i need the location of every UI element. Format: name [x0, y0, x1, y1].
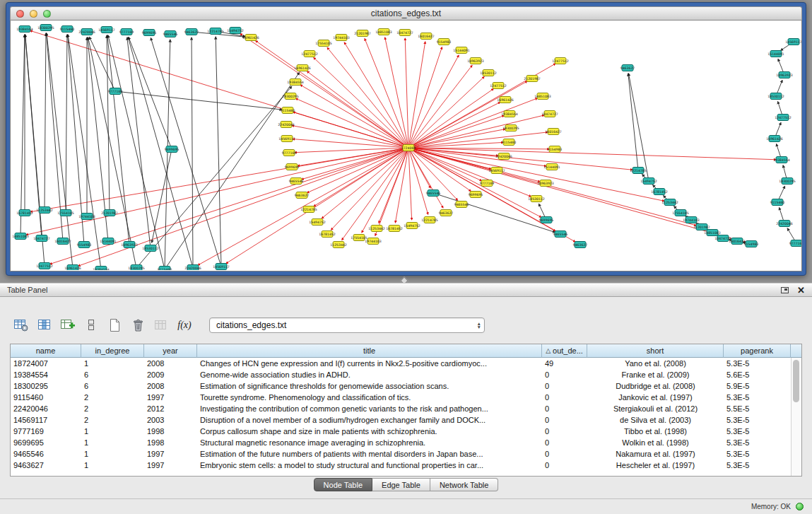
graph-node[interactable]: 17554105	[351, 235, 367, 241]
graph-node[interactable]: 14569117	[213, 264, 229, 270]
graph-node[interactable]: 18300295	[128, 265, 144, 271]
graph-node[interactable]: 21201987	[354, 30, 370, 37]
close-window-button[interactable]	[16, 10, 24, 18]
table-vertical-scrollbar[interactable]	[791, 358, 801, 476]
graph-node[interactable]: 9115460	[770, 199, 785, 206]
table-row[interactable]: 977716911998Corpus callosum shape and si…	[11, 426, 791, 437]
delete-table-button[interactable]	[128, 316, 148, 334]
graph-node[interactable]: 9699695	[469, 192, 483, 198]
graph-node[interactable]: 9463627	[620, 65, 635, 71]
tab-node-table[interactable]: Node Table	[314, 478, 372, 491]
graph-node[interactable]: 10963923	[776, 72, 792, 78]
graph-node[interactable]: 15144091	[100, 238, 116, 245]
graph-node[interactable]: 16781452	[319, 231, 335, 238]
close-panel-icon[interactable]: ✕	[797, 286, 805, 294]
table-source-dropdown[interactable]: citations_edges.txt ▲▼	[209, 317, 485, 333]
graph-node[interactable]: 22420046	[184, 265, 201, 271]
graph-node[interactable]: 9115460	[502, 139, 517, 146]
graph-node[interactable]: 12214785	[630, 168, 646, 174]
table-row[interactable]: 1456911722003Disruption of a novel membe…	[11, 414, 791, 426]
table-row[interactable]: 911546021997Tourette syndrome. Phenomeno…	[11, 392, 791, 403]
table-row[interactable]: 1938455462009Genome-wide association stu…	[11, 369, 791, 380]
graph-node[interactable]: 14851083	[534, 93, 551, 100]
graph-node[interactable]: 18300295	[779, 178, 795, 185]
graph-node[interactable]: 14851083	[375, 29, 392, 35]
graph-node[interactable]: 14569117	[488, 168, 505, 174]
float-panel-icon[interactable]	[781, 287, 789, 293]
graph-node[interactable]: 10963923	[467, 58, 483, 64]
graph-node[interactable]: 12477512	[301, 51, 317, 57]
table-row[interactable]: 946554611997Estimation of the future num…	[11, 448, 791, 460]
column-header-short[interactable]: short	[587, 344, 724, 358]
graph-node[interactable]: 16961426	[497, 97, 513, 103]
graph-node[interactable]: 18530112	[767, 93, 784, 100]
graph-node[interactable]: 1724069	[401, 145, 416, 151]
graph-node[interactable]: 10474727	[541, 111, 558, 117]
graph-node[interactable]: 11253442	[661, 199, 678, 206]
graph-node[interactable]: 18300295	[502, 125, 519, 132]
graph-node[interactable]: 14569117	[785, 39, 801, 45]
graph-node[interactable]: 12477512	[490, 83, 506, 89]
column-header-title[interactable]: title	[197, 344, 542, 358]
graph-node[interactable]: 10474727	[714, 235, 731, 242]
graph-node[interactable]: 19744103	[333, 35, 349, 41]
graph-node[interactable]: 10474727	[396, 30, 413, 36]
graph-node[interactable]: 21201987	[101, 210, 117, 216]
graph-node[interactable]: 10474727	[33, 235, 49, 242]
graph-node[interactable]: 9115460	[281, 107, 295, 114]
graph-node[interactable]: 9699695	[539, 217, 554, 223]
graph-node[interactable]: 16016427	[54, 238, 71, 245]
graph-node[interactable]: 19744103	[78, 214, 95, 220]
graph-node[interactable]: 18530112	[480, 70, 496, 76]
column-header-pagerank[interactable]: pagerank	[724, 344, 791, 358]
graph-node[interactable]: 11253442	[36, 207, 52, 214]
graph-node[interactable]: 12477512	[552, 58, 568, 64]
graph-node[interactable]: 15494752	[227, 28, 243, 34]
graph-node[interactable]: 22420046	[776, 221, 792, 227]
row-height-button[interactable]	[81, 316, 101, 334]
graph-node[interactable]: 9154983	[77, 242, 92, 248]
graph-node[interactable]: 9777169	[282, 150, 297, 156]
graph-node[interactable]: 16016427	[418, 33, 434, 40]
graph-node[interactable]: 15144091	[453, 47, 469, 54]
graph-node[interactable]: 9154983	[548, 146, 563, 153]
tab-edge-table[interactable]: Edge Table	[372, 478, 430, 491]
graph-node[interactable]: 17554105	[672, 210, 688, 216]
graph-node[interactable]: 9115460	[158, 267, 172, 271]
table-row[interactable]: 946362711997Embryonic stem cells: a mode…	[11, 460, 791, 471]
graph-node[interactable]: 15494752	[640, 178, 657, 185]
graph-node[interactable]: 18530112	[528, 196, 544, 202]
graph-node[interactable]: 16781452	[651, 189, 667, 195]
graph-node[interactable]: 21201987	[524, 76, 540, 82]
graph-node[interactable]: 17554105	[315, 40, 331, 47]
graph-node[interactable]: 9699695	[285, 164, 300, 170]
graph-node[interactable]: 19384554	[501, 111, 517, 117]
graph-node[interactable]: 19384554	[16, 26, 33, 33]
graph-node[interactable]: 12477512	[775, 115, 791, 121]
graph-node[interactable]: 14851083	[12, 233, 28, 240]
import-table-button[interactable]	[58, 316, 78, 334]
new-table-button[interactable]	[105, 316, 124, 334]
network-view-canvas[interactable]: 1724069124775121696142619384554183002959…	[10, 21, 802, 271]
graph-node[interactable]: 19384554	[93, 267, 109, 271]
graph-node[interactable]: 16781452	[16, 210, 33, 216]
graph-node[interactable]: 19384554	[287, 79, 303, 86]
graph-node[interactable]: 9463627	[439, 210, 454, 216]
graph-node[interactable]: 9465546	[553, 231, 568, 238]
column-header-year[interactable]: year	[144, 344, 197, 358]
graph-node[interactable]: 10963923	[537, 180, 553, 187]
graph-node[interactable]: 16781452	[386, 226, 402, 232]
graph-node[interactable]: 9463627	[184, 29, 199, 35]
graph-node[interactable]: 9465546	[163, 31, 178, 37]
graph-node[interactable]: 22420046	[78, 29, 95, 35]
table-row[interactable]: 1830029562008Estimation of significance …	[11, 380, 791, 392]
graph-node[interactable]: 18530112	[142, 245, 158, 252]
graph-node[interactable]: 12214785	[300, 206, 317, 213]
graph-node[interactable]: 16961426	[242, 35, 259, 41]
scrollbar-thumb[interactable]	[793, 360, 799, 402]
graph-svg[interactable]: 1724069124775121696142619384554183002959…	[11, 21, 802, 270]
graph-node[interactable]: 17554105	[57, 210, 73, 216]
graph-node[interactable]: 9777169	[119, 29, 134, 35]
graph-node[interactable]: 16016427	[545, 129, 561, 135]
column-header-name[interactable]: name	[11, 344, 81, 358]
